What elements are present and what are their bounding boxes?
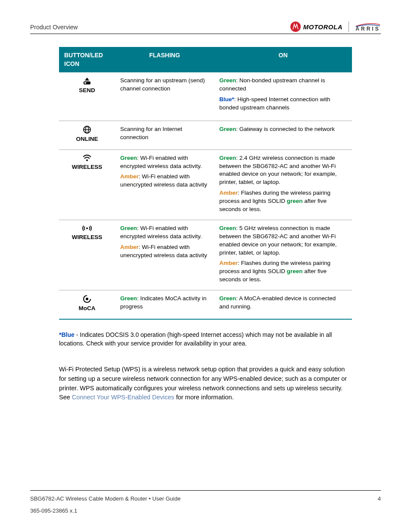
flashing-cell: Green: Indicates MoCA activity in progre… xyxy=(115,290,214,319)
online-icon xyxy=(64,125,110,135)
table-header-flashing: FLASHING xyxy=(115,47,214,72)
on-cell: Green: A MoCA-enabled device is connecte… xyxy=(214,290,352,319)
arris-logo: ARRIS xyxy=(355,22,381,31)
brand-divider xyxy=(349,22,349,32)
led-status-table: BUTTON/LED ICON FLASHING ON SEND Scannin… xyxy=(59,47,352,320)
section-title: Product Overview xyxy=(30,23,78,32)
motorola-logo-icon xyxy=(290,22,301,32)
wifi-icon xyxy=(64,154,110,163)
icon-label: MoCA xyxy=(79,305,96,311)
svg-point-6 xyxy=(86,227,88,229)
table-header-on: ON xyxy=(214,47,352,72)
table-header-icon: BUTTON/LED ICON xyxy=(59,47,115,72)
wps-paragraph: Wi-Fi Protected Setup (WPS) is a wireles… xyxy=(59,365,352,402)
blue-footnote: *Blue - Indicates DOCSIS 3.0 operation (… xyxy=(59,331,352,348)
svg-point-5 xyxy=(86,159,88,161)
table-row: SEND Scanning for an upstream (send) cha… xyxy=(59,72,352,121)
on-cell: Green: Gateway is connected to the netwo… xyxy=(214,121,352,149)
table-row: ONLINE Scanning for an Internet connecti… xyxy=(59,121,352,149)
brand-logos: MOTOROLA ARRIS xyxy=(290,22,381,32)
send-icon xyxy=(64,77,110,87)
icon-label: WIRELESS xyxy=(72,164,103,170)
on-cell: Green: 5 GHz wireless connection is made… xyxy=(214,220,352,290)
table-row: MoCA Green: Indicates MoCA activity in p… xyxy=(59,290,352,319)
page-footer: SBG6782-AC Wireless Cable Modem & Router… xyxy=(30,490,381,515)
flashing-cell: Green: Wi-Fi enabled with encrypted wire… xyxy=(115,149,214,220)
icon-label: WIRELESS xyxy=(72,234,103,240)
footer-doc-number: 365-095-23865 x.1 xyxy=(30,507,381,515)
wps-link[interactable]: Connect Your WPS-Enabled Devices xyxy=(72,394,174,401)
svg-rect-1 xyxy=(84,82,86,84)
flashing-cell: Green: Wi-Fi enabled with encrypted wire… xyxy=(115,220,214,290)
wireless-broadcast-icon xyxy=(64,224,110,233)
table-row: WIRELESS Green: Wi-Fi enabled with encry… xyxy=(59,149,352,220)
footer-page-number: 4 xyxy=(378,495,381,503)
table-row: WIRELESS Green: Wi-Fi enabled with encry… xyxy=(59,220,352,290)
icon-label: ONLINE xyxy=(76,136,98,142)
icon-label: SEND xyxy=(79,87,95,93)
moca-icon xyxy=(64,295,110,305)
footer-doc-title: SBG6782-AC Wireless Cable Modem & Router… xyxy=(30,495,181,503)
flashing-cell: Scanning for an upstream (send) channel … xyxy=(115,72,214,121)
on-cell: Green: Non-bonded upstream channel is co… xyxy=(214,72,352,121)
page-header: Product Overview MOTOROLA ARRIS xyxy=(30,22,381,34)
flashing-cell: Scanning for an Internet connection xyxy=(115,121,214,149)
svg-point-7 xyxy=(86,298,88,300)
motorola-wordmark: MOTOROLA xyxy=(303,22,342,31)
arris-swoosh-icon xyxy=(355,22,381,26)
on-cell: Green: 2.4 GHz wireless connection is ma… xyxy=(214,149,352,220)
